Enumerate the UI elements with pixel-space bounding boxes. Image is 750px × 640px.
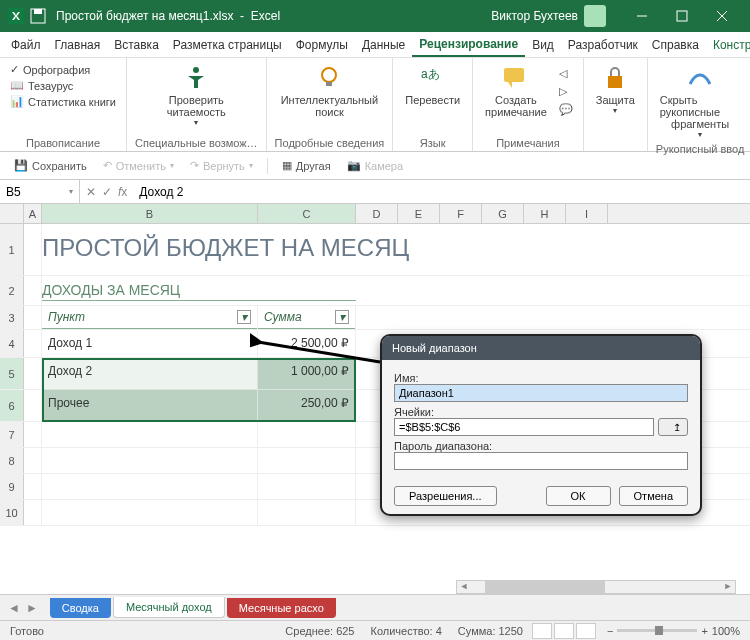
table-cell[interactable]: 250,00 ₽	[258, 390, 355, 416]
menu-data[interactable]: Данные	[355, 34, 412, 56]
menu-table-design[interactable]: Конструктор таблиц	[706, 34, 750, 56]
protect-button[interactable]: Защита▾	[592, 62, 639, 117]
tab-nav-next[interactable]: ►	[26, 601, 38, 615]
thesaurus-button[interactable]: 📖Тезаурус	[8, 78, 118, 93]
name-box[interactable]: B5▾	[0, 180, 80, 203]
col-header-e[interactable]: E	[398, 204, 440, 223]
view-break-button[interactable]	[576, 623, 596, 639]
menu-developer[interactable]: Разработчик	[561, 34, 645, 56]
filter-icon[interactable]: ▾	[335, 310, 349, 324]
cancel-button[interactable]: Отмена	[619, 486, 688, 506]
col-header-a[interactable]: A	[24, 204, 42, 223]
table-cell[interactable]: Доход 2	[42, 358, 257, 384]
sheet-tabs: ◄ ► Сводка Месячный доход Месячные расхо	[0, 594, 750, 620]
permissions-button[interactable]: Разрешения...	[394, 486, 497, 506]
group-protect	[592, 135, 639, 149]
menu-view[interactable]: Вид	[525, 34, 561, 56]
menu-review[interactable]: Рецензирование	[412, 33, 525, 57]
menu-home[interactable]: Главная	[48, 34, 108, 56]
save-icon[interactable]	[30, 8, 46, 24]
row-header-1[interactable]: 1	[0, 224, 24, 275]
tab-nav-prev[interactable]: ◄	[8, 601, 20, 615]
horizontal-scrollbar[interactable]: ◄►	[456, 580, 736, 594]
excel-icon	[8, 8, 24, 24]
table-header-sum[interactable]: Сумма▾	[258, 306, 355, 329]
check-accessibility-button[interactable]: Проверитьчитаемость▾	[135, 62, 258, 129]
user-name[interactable]: Виктор Бухтеев	[491, 9, 578, 23]
label-name: Имя:	[394, 372, 688, 384]
menu-file[interactable]: Файл	[4, 34, 48, 56]
menu-layout[interactable]: Разметка страницы	[166, 34, 289, 56]
table-cell[interactable]: 2 500,00 ₽	[258, 330, 355, 356]
sheet-tab-expenses[interactable]: Месячные расхо	[227, 598, 336, 618]
menu-formulas[interactable]: Формулы	[289, 34, 355, 56]
view-layout-button[interactable]	[554, 623, 574, 639]
lightbulb-icon	[315, 64, 343, 92]
row-header-3[interactable]: 3	[0, 306, 24, 329]
formula-bar: B5▾ ✕ ✓ fx Доход 2	[0, 180, 750, 204]
filter-icon[interactable]: ▾	[237, 310, 251, 324]
zoom-in-button[interactable]: +	[701, 625, 707, 637]
label-cells: Ячейки:	[394, 406, 688, 418]
qat-camera[interactable]: 📷Камера	[341, 157, 409, 174]
spelling-button[interactable]: ✓Орфография	[8, 62, 118, 77]
table-cell[interactable]: 1 000,00 ₽	[258, 358, 355, 384]
col-header-b[interactable]: B	[42, 204, 258, 223]
minimize-button[interactable]	[622, 0, 662, 32]
col-header-c[interactable]: C	[258, 204, 356, 223]
range-name-input[interactable]	[394, 384, 688, 402]
col-header-h[interactable]: H	[524, 204, 566, 223]
quick-access-secondary: 💾Сохранить ↶Отменить▾ ↷Вернуть▾ ▦Другая …	[0, 152, 750, 180]
status-sum: Сумма: 1250	[458, 625, 523, 637]
show-comments-button[interactable]: 💬	[557, 102, 575, 117]
col-header-f[interactable]: F	[440, 204, 482, 223]
row-header-9[interactable]: 9	[0, 474, 24, 499]
qat-other[interactable]: ▦Другая	[276, 157, 337, 174]
new-comment-button[interactable]: Создатьпримечание	[481, 62, 551, 120]
workbook-stats-button[interactable]: 📊Статистика книги	[8, 94, 118, 109]
menu-help[interactable]: Справка	[645, 34, 706, 56]
col-header-g[interactable]: G	[482, 204, 524, 223]
row-header-5[interactable]: 5	[0, 358, 24, 389]
row-header-7[interactable]: 7	[0, 422, 24, 447]
hide-ink-button[interactable]: Скрыть рукописныефрагменты▾	[656, 62, 745, 141]
table-cell[interactable]: Прочее	[42, 390, 257, 416]
row-header-8[interactable]: 8	[0, 448, 24, 473]
qat-save[interactable]: 💾Сохранить	[8, 157, 93, 174]
ink-icon	[686, 64, 714, 92]
range-ref-button[interactable]: ↥	[658, 418, 688, 436]
user-avatar[interactable]	[584, 5, 606, 27]
col-header-i[interactable]: I	[566, 204, 608, 223]
title-bar: Простой бюджет на месяц1.xlsx - Excel Ви…	[0, 0, 750, 32]
translate-button[interactable]: aあ Перевести	[401, 62, 464, 108]
row-header-4[interactable]: 4	[0, 330, 24, 357]
table-header-item[interactable]: Пункт▾	[42, 306, 257, 329]
row-header-10[interactable]: 10	[0, 500, 24, 525]
smart-lookup-button[interactable]: Интеллектуальныйпоиск	[275, 62, 385, 120]
view-normal-button[interactable]	[532, 623, 552, 639]
close-button[interactable]	[702, 0, 742, 32]
table-cell[interactable]: Доход 1	[42, 330, 257, 356]
sheet-tab-income[interactable]: Месячный доход	[113, 597, 225, 618]
range-cells-input[interactable]	[394, 418, 654, 436]
qat-undo[interactable]: ↶Отменить▾	[97, 157, 180, 174]
range-password-input[interactable]	[394, 452, 688, 470]
fx-icon[interactable]: fx	[118, 185, 127, 199]
zoom-out-button[interactable]: −	[607, 625, 613, 637]
accept-formula-icon[interactable]: ✓	[102, 185, 112, 199]
select-all-corner[interactable]	[0, 204, 24, 223]
qat-redo[interactable]: ↷Вернуть▾	[184, 157, 259, 174]
maximize-button[interactable]	[662, 0, 702, 32]
zoom-level[interactable]: 100%	[712, 625, 740, 637]
menu-insert[interactable]: Вставка	[107, 34, 166, 56]
col-header-d[interactable]: D	[356, 204, 398, 223]
prev-comment-button[interactable]: ◁	[557, 66, 575, 81]
row-header-2[interactable]: 2	[0, 276, 24, 305]
next-comment-button[interactable]: ▷	[557, 84, 575, 99]
ok-button[interactable]: ОК	[546, 486, 611, 506]
row-header-6[interactable]: 6	[0, 390, 24, 421]
zoom-slider[interactable]	[617, 629, 697, 632]
cancel-formula-icon[interactable]: ✕	[86, 185, 96, 199]
formula-input[interactable]: Доход 2	[133, 185, 750, 199]
sheet-tab-summary[interactable]: Сводка	[50, 598, 111, 618]
